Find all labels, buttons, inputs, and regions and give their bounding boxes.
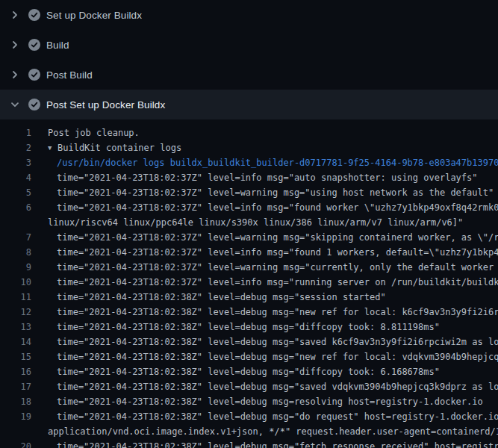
log-line: 6time="2021-04-23T18:02:37Z" level=info … bbox=[0, 200, 498, 215]
log-line-text: time="2021-04-23T18:02:37Z" level=info m… bbox=[31, 275, 498, 290]
log-line: 17time="2021-04-23T18:02:38Z" level=debu… bbox=[0, 379, 498, 394]
log-group-header: ▼BuildKit container logs bbox=[31, 140, 181, 155]
log-line-text: time="2021-04-23T18:02:38Z" level=debug … bbox=[31, 409, 498, 424]
log-line-text: time="2021-04-23T18:02:38Z" level=debug … bbox=[31, 364, 440, 379]
step-label: Set up Docker Buildx bbox=[46, 10, 142, 21]
log-line: 3/usr/bin/docker logs buildx_buildkit_bu… bbox=[0, 155, 498, 170]
chevron-right-icon bbox=[9, 39, 21, 51]
check-circle-icon bbox=[28, 39, 40, 51]
log-line-text: time="2021-04-23T18:02:37Z" level=warnin… bbox=[31, 260, 498, 275]
log-line-number[interactable]: 19 bbox=[0, 409, 31, 424]
log-line-text: linux/riscv64 linux/ppc64le linux/s390x … bbox=[31, 215, 463, 230]
log-line-number[interactable]: 11 bbox=[0, 290, 31, 305]
log-line: 10time="2021-04-23T18:02:37Z" level=info… bbox=[0, 275, 498, 290]
log-command-text[interactable]: /usr/bin/docker logs buildx_buildkit_bui… bbox=[31, 155, 498, 170]
log-line-text: time="2021-04-23T18:02:37Z" level=warnin… bbox=[31, 185, 494, 200]
log-line-text: time="2021-04-23T18:02:37Z" level=info m… bbox=[31, 170, 478, 185]
log-line-number[interactable]: 8 bbox=[0, 245, 31, 260]
check-circle-icon bbox=[28, 99, 40, 111]
log-line: 9time="2021-04-23T18:02:37Z" level=warni… bbox=[0, 260, 498, 275]
group-collapse-triangle-icon[interactable]: ▼ bbox=[48, 140, 57, 155]
log-line: 15time="2021-04-23T18:02:38Z" level=debu… bbox=[0, 349, 498, 364]
log-line: 19time="2021-04-23T18:02:38Z" level=debu… bbox=[0, 409, 498, 424]
log-line-number[interactable]: 12 bbox=[0, 305, 31, 320]
log-line-text: time="2021-04-23T18:02:38Z" level=debug … bbox=[31, 335, 498, 349]
log-line: 20time="2021-04-23T18:02:38Z" level=debu… bbox=[0, 439, 498, 448]
log-line-number[interactable]: 14 bbox=[0, 335, 31, 349]
log-line: 2▼BuildKit container logs bbox=[0, 140, 498, 155]
chevron-right-icon bbox=[9, 69, 21, 81]
log-line-number[interactable]: 17 bbox=[0, 379, 31, 394]
log-line: 4time="2021-04-23T18:02:37Z" level=info … bbox=[0, 170, 498, 185]
log-line-number[interactable]: 5 bbox=[0, 185, 31, 200]
log-line-text: time="2021-04-23T18:02:38Z" level=debug … bbox=[31, 290, 386, 305]
step-label: Post Set up Docker Buildx bbox=[46, 99, 165, 111]
log-line-number bbox=[0, 215, 31, 230]
log-line-number[interactable]: 6 bbox=[0, 200, 31, 215]
log-line: 16time="2021-04-23T18:02:38Z" level=debu… bbox=[0, 364, 498, 379]
step-row-post-set-up-docker-buildx[interactable]: Post Set up Docker Buildx bbox=[0, 90, 498, 119]
log-line-number[interactable]: 16 bbox=[0, 364, 31, 379]
log-line-continuation: linux/riscv64 linux/ppc64le linux/s390x … bbox=[0, 215, 498, 230]
log-line: 13time="2021-04-23T18:02:38Z" level=debu… bbox=[0, 320, 498, 335]
log-line-number[interactable]: 13 bbox=[0, 320, 31, 335]
log-line-number[interactable]: 1 bbox=[0, 125, 31, 140]
step-label: Build bbox=[46, 40, 69, 51]
chevron-right-icon bbox=[9, 9, 21, 21]
log-line-text: time="2021-04-23T18:02:37Z" level=warnin… bbox=[31, 230, 498, 245]
log-line: 14time="2021-04-23T18:02:38Z" level=debu… bbox=[0, 335, 498, 349]
log-line-text: time="2021-04-23T18:02:38Z" level=debug … bbox=[31, 349, 498, 364]
log-line-number[interactable]: 20 bbox=[0, 439, 31, 448]
log-line-number[interactable]: 10 bbox=[0, 275, 31, 290]
log-line-text: application/vnd.oci.image.index.v1+json,… bbox=[31, 424, 498, 439]
log-line-number bbox=[0, 424, 31, 439]
step-row-post-build[interactable]: Post Build bbox=[0, 60, 498, 90]
log-line-text: time="2021-04-23T18:02:38Z" level=debug … bbox=[31, 394, 483, 409]
step-row-build[interactable]: Build bbox=[0, 30, 498, 60]
log-line-text: time="2021-04-23T18:02:38Z" level=debug … bbox=[31, 320, 440, 335]
log-line: 7time="2021-04-23T18:02:37Z" level=warni… bbox=[0, 230, 498, 245]
log-line-number[interactable]: 15 bbox=[0, 349, 31, 364]
job-steps-list: Set up Docker BuildxBuildPost BuildPost … bbox=[0, 0, 498, 119]
log-line-number[interactable]: 3 bbox=[0, 155, 31, 170]
log-line-number[interactable]: 7 bbox=[0, 230, 31, 245]
log-line-text: time="2021-04-23T18:02:38Z" level=debug … bbox=[31, 439, 498, 448]
log-line-text: time="2021-04-23T18:02:38Z" level=debug … bbox=[31, 379, 498, 394]
log-line-number[interactable]: 9 bbox=[0, 260, 31, 275]
check-circle-icon bbox=[28, 69, 40, 81]
log-line: 11time="2021-04-23T18:02:38Z" level=debu… bbox=[0, 290, 498, 305]
log-line-number[interactable]: 2 bbox=[0, 140, 31, 155]
log-line: 5time="2021-04-23T18:02:37Z" level=warni… bbox=[0, 185, 498, 200]
log-line-text: time="2021-04-23T18:02:37Z" level=info m… bbox=[31, 200, 498, 215]
check-circle-icon bbox=[28, 9, 40, 21]
step-row-set-up-docker-buildx[interactable]: Set up Docker Buildx bbox=[0, 0, 498, 30]
log-line-continuation: application/vnd.oci.image.index.v1+json,… bbox=[0, 424, 498, 439]
log-line-text: time="2021-04-23T18:02:38Z" level=debug … bbox=[31, 305, 498, 320]
log-line: 12time="2021-04-23T18:02:38Z" level=debu… bbox=[0, 305, 498, 320]
log-line-number[interactable]: 18 bbox=[0, 394, 31, 409]
step-label: Post Build bbox=[46, 69, 93, 81]
log-line: 18time="2021-04-23T18:02:38Z" level=debu… bbox=[0, 394, 498, 409]
log-line-text: Post job cleanup. bbox=[31, 125, 140, 140]
log-line: 1Post job cleanup. bbox=[0, 125, 498, 140]
log-line-number[interactable]: 4 bbox=[0, 170, 31, 185]
log-line-text: time="2021-04-23T18:02:37Z" level=info m… bbox=[31, 245, 498, 260]
chevron-down-icon bbox=[9, 99, 21, 111]
log-line: 8time="2021-04-23T18:02:37Z" level=info … bbox=[0, 245, 498, 260]
log-area: 1Post job cleanup.2▼BuildKit container l… bbox=[0, 119, 498, 448]
group-title-text: BuildKit container logs bbox=[57, 143, 181, 153]
